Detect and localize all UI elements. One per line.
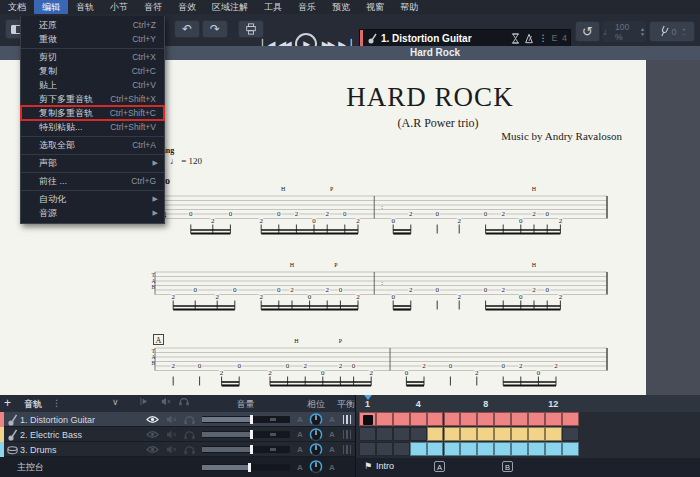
menubar-item-小节[interactable]: 小节 bbox=[102, 0, 136, 14]
automation-button[interactable]: A bbox=[325, 415, 339, 424]
timeline-cell[interactable] bbox=[477, 442, 494, 456]
menubar-item-预览[interactable]: 预览 bbox=[324, 0, 358, 14]
menubar-item-音乐[interactable]: 音乐 bbox=[290, 0, 324, 14]
timeline-cell[interactable] bbox=[562, 442, 579, 456]
menubar-item-文档[interactable]: 文档 bbox=[0, 0, 34, 14]
undo-button[interactable]: ↶ bbox=[174, 20, 200, 38]
timeline-cell[interactable] bbox=[393, 442, 410, 456]
automation-button[interactable]: A bbox=[293, 463, 307, 472]
timeline-cell[interactable] bbox=[562, 412, 579, 426]
edit-menu-item-14[interactable]: 前往 ...Ctrl+G bbox=[21, 174, 164, 188]
timeline-cell[interactable] bbox=[376, 442, 393, 456]
timeline-cell[interactable] bbox=[460, 412, 477, 426]
master-channel-row[interactable]: 主控台 A A bbox=[0, 457, 355, 477]
menubar-item-区域注解[interactable]: 区域注解 bbox=[204, 0, 256, 14]
mute-icon[interactable] bbox=[162, 415, 180, 424]
mute-icon[interactable] bbox=[162, 445, 180, 454]
timeline-cell[interactable] bbox=[359, 442, 376, 456]
goto-marker-icon[interactable] bbox=[140, 397, 149, 406]
timeline-cell[interactable] bbox=[393, 412, 410, 426]
timeline-cell[interactable] bbox=[410, 412, 427, 426]
timeline-cell[interactable] bbox=[427, 412, 444, 426]
master-pan-knob[interactable] bbox=[307, 460, 325, 474]
edit-menu-item-4[interactable]: 复制Ctrl+C bbox=[21, 64, 164, 78]
volume-slider[interactable] bbox=[202, 416, 290, 423]
edit-menu-item-8[interactable]: 特别粘贴...Ctrl+Shift+V bbox=[21, 120, 164, 134]
section-marker-b[interactable]: B bbox=[502, 461, 513, 472]
eq-fader-icon[interactable] bbox=[339, 430, 355, 439]
timeline-cell[interactable] bbox=[444, 442, 461, 456]
timeline-cell[interactable] bbox=[545, 442, 562, 456]
automation-button[interactable]: A bbox=[293, 415, 307, 424]
section-marker-intro[interactable]: ⚑Intro bbox=[364, 461, 394, 471]
visibility-eye-icon[interactable] bbox=[142, 415, 162, 424]
metronome-icon[interactable] bbox=[524, 33, 534, 44]
timeline-cell[interactable] bbox=[528, 442, 545, 456]
eq-fader-icon[interactable] bbox=[339, 415, 355, 424]
edit-menu-item-1[interactable]: 重做Ctrl+Y bbox=[21, 32, 164, 46]
tab-system-1[interactable]: TAB4HP:H02020202020202020202 bbox=[150, 184, 620, 254]
edit-menu-item-6[interactable]: 剪下多重音轨Ctrl+Shift+X bbox=[21, 92, 164, 106]
solo-headphones-icon[interactable] bbox=[180, 415, 198, 425]
menubar-item-音符[interactable]: 音符 bbox=[136, 0, 170, 14]
collapse-chevron-icon[interactable]: ∨ bbox=[112, 397, 119, 407]
timeline-cell[interactable] bbox=[359, 412, 376, 426]
edit-menu-item-5[interactable]: 贴上Ctrl+V bbox=[21, 78, 164, 92]
edit-menu-item-3[interactable]: 剪切Ctrl+X bbox=[21, 50, 164, 64]
loop-button[interactable]: ↺ bbox=[575, 21, 600, 42]
track-list-menu-icon[interactable]: ⋮ bbox=[52, 398, 61, 408]
timeline-cell[interactable] bbox=[376, 427, 393, 441]
edit-menu-item-10[interactable]: 选取全部Ctrl+A bbox=[21, 138, 164, 152]
timeline-cell[interactable] bbox=[494, 442, 511, 456]
edit-menu-item-12[interactable]: 声部▶ bbox=[21, 156, 164, 170]
menubar-item-编辑[interactable]: 编辑 bbox=[34, 0, 68, 14]
pan-knob[interactable] bbox=[307, 413, 325, 427]
tuning-control[interactable]: 0 +− bbox=[649, 21, 695, 42]
track-row-1[interactable]: 1. Distortion Guitar A A bbox=[0, 412, 355, 427]
timeline-cell[interactable] bbox=[376, 412, 393, 426]
automation-button[interactable]: A bbox=[325, 430, 339, 439]
automation-button[interactable]: A bbox=[325, 445, 339, 454]
timeline-cell[interactable] bbox=[444, 412, 461, 426]
pan-knob[interactable] bbox=[307, 428, 325, 442]
timeline-cell[interactable] bbox=[427, 427, 444, 441]
mute-all-icon[interactable] bbox=[161, 397, 171, 406]
timeline-cell[interactable] bbox=[494, 412, 511, 426]
timeline-cell[interactable] bbox=[410, 442, 427, 456]
track-name[interactable]: 3. Drums bbox=[20, 445, 142, 455]
automation-button[interactable]: A bbox=[325, 463, 339, 472]
visibility-eye-icon[interactable] bbox=[142, 445, 162, 454]
timeline-cell[interactable] bbox=[511, 427, 528, 441]
add-track-button[interactable]: + bbox=[4, 396, 11, 410]
track-name[interactable]: 2. Electric Bass bbox=[20, 430, 142, 440]
track-row-2[interactable]: 2. Electric Bass A A bbox=[0, 427, 355, 442]
solo-headphones-icon[interactable] bbox=[180, 445, 198, 455]
master-volume-slider[interactable] bbox=[202, 464, 290, 471]
timeline-cell[interactable] bbox=[562, 427, 579, 441]
timeline-cell[interactable] bbox=[477, 412, 494, 426]
track-options-icon[interactable]: ⋮ bbox=[538, 33, 547, 43]
visibility-eye-icon[interactable] bbox=[142, 430, 162, 439]
timeline-cell[interactable] bbox=[444, 427, 461, 441]
solo-headphones-icon[interactable] bbox=[180, 430, 198, 440]
timeline-cell[interactable] bbox=[393, 427, 410, 441]
timeline-cell[interactable] bbox=[545, 412, 562, 426]
volume-slider[interactable] bbox=[202, 431, 290, 438]
timeline-cell[interactable] bbox=[359, 427, 376, 441]
menubar-item-工具[interactable]: 工具 bbox=[256, 0, 290, 14]
timeline-cell[interactable] bbox=[511, 412, 528, 426]
timeline-cell[interactable] bbox=[477, 427, 494, 441]
timeline-cell[interactable] bbox=[460, 427, 477, 441]
edit-menu-item-0[interactable]: 还原Ctrl+Z bbox=[21, 18, 164, 32]
menubar-item-视窗[interactable]: 视窗 bbox=[358, 0, 392, 14]
menubar-item-音轨[interactable]: 音轨 bbox=[68, 0, 102, 14]
edit-menu-item-17[interactable]: 音源▶ bbox=[21, 206, 164, 220]
mute-icon[interactable] bbox=[162, 430, 180, 439]
tab-system-3[interactable]: TABHP2020202020202020202 bbox=[150, 336, 620, 395]
speed-spinner[interactable]: ▲▼ bbox=[640, 27, 645, 37]
pan-knob[interactable] bbox=[307, 443, 325, 457]
section-marker-a[interactable]: A bbox=[434, 461, 445, 472]
timeline-cell[interactable] bbox=[528, 412, 545, 426]
timeline-cell[interactable] bbox=[427, 442, 444, 456]
timeline-cell[interactable] bbox=[410, 427, 427, 441]
